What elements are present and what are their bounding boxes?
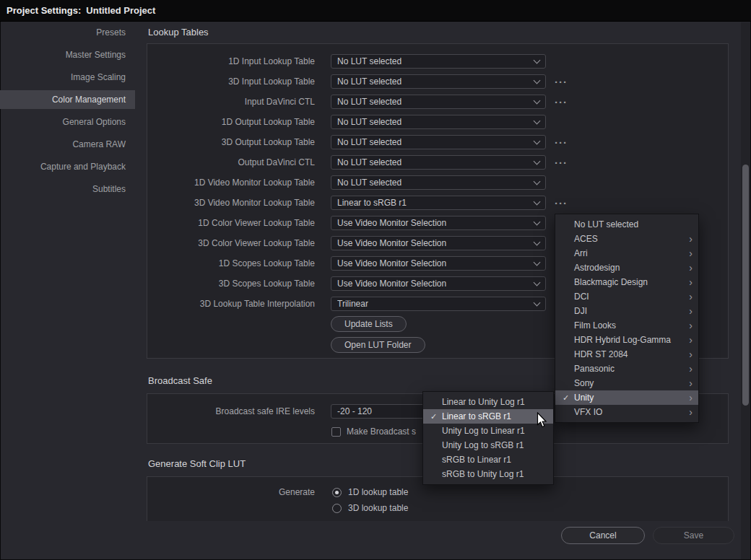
more-options-button[interactable]: ··· [555, 157, 568, 168]
chevron-down-icon [534, 219, 541, 226]
submenu-item-unity-log-to-srgb[interactable]: Unity Log to sRGB r1 [423, 438, 553, 452]
menu-item-label: Sony [574, 378, 689, 388]
lut-dropdown-3d-scopes[interactable]: Use Video Monitor Selection [331, 276, 546, 291]
submenu-item-srgb-to-linear[interactable]: sRGB to Linear r1 [423, 452, 553, 467]
menu-item-hdr-st-2084[interactable]: HDR ST 2084 › [555, 347, 698, 362]
submenu-item-srgb-to-unity-log[interactable]: sRGB to Unity Log r1 [423, 467, 553, 481]
chevron-down-icon [534, 57, 541, 64]
chevron-down-icon [534, 97, 541, 105]
menu-item-no-lut[interactable]: No LUT selected [555, 217, 698, 232]
scrollbar-track[interactable] [741, 22, 750, 559]
lut-dropdown-output-ctl[interactable]: No LUT selected [331, 155, 546, 170]
chevron-down-icon [534, 299, 541, 307]
lut-context-menu: No LUT selected ACES › Arri › Astrodesig… [555, 214, 699, 423]
lut-dropdown-1d-scopes[interactable]: Use Video Monitor Selection [331, 256, 546, 271]
section-title-lookup-tables: Lookup Tables [148, 27, 209, 38]
submenu-arrow-icon: › [689, 364, 693, 374]
sidebar-item-subtitles[interactable]: Subtitles [0, 180, 135, 198]
row-label: Broadcast safe IRE levels [147, 406, 323, 416]
submenu-arrow-icon: › [689, 349, 693, 359]
menu-item-sony[interactable]: Sony › [555, 376, 698, 390]
row-label: 1D Color Viewer Lookup Table [147, 218, 323, 228]
mouse-cursor [537, 412, 547, 429]
menu-item-arri[interactable]: Arri › [555, 246, 698, 261]
menu-item-unity[interactable]: ✓ Unity › [555, 390, 698, 405]
row-label: 3D Input Lookup Table [147, 76, 323, 87]
sidebar-item-image-scaling[interactable]: Image Scaling [0, 68, 135, 87]
checkbox-label: Make Broadcast s [347, 426, 416, 437]
chevron-down-icon [534, 77, 541, 84]
row-label: Generate [147, 487, 323, 497]
sidebar-item-presets[interactable]: Presets [0, 23, 135, 42]
menu-item-dji[interactable]: DJI › [555, 304, 698, 318]
menu-item-hdr-hybrid-log-gamma[interactable]: HDR Hybrid Log-Gamma › [555, 333, 698, 347]
menu-item-vfx-io[interactable]: VFX IO › [555, 405, 698, 419]
menu-item-dci[interactable]: DCI › [555, 289, 698, 304]
menu-item-label: ACES [574, 234, 689, 244]
chevron-down-icon [534, 198, 541, 206]
submenu-item-linear-to-srgb[interactable]: ✓ Linear to sRGB r1 [423, 409, 553, 424]
more-options-button[interactable]: ··· [555, 137, 568, 148]
radio-3d-lookup-table[interactable] [332, 504, 342, 513]
menu-item-film-looks[interactable]: Film Looks › [555, 318, 698, 333]
lut-dropdown-1d-video-monitor[interactable]: No LUT selected [331, 175, 546, 190]
lut-dropdown-1d-color-viewer[interactable]: Use Video Monitor Selection [331, 216, 546, 230]
submenu-arrow-icon: › [689, 248, 693, 258]
lut-dropdown-3d-output[interactable]: No LUT selected [331, 135, 546, 149]
menu-item-label: VFX IO [574, 407, 689, 417]
dropdown-value: Use Video Monitor Selection [337, 258, 446, 268]
project-name: Untitled Project [86, 5, 155, 16]
lut-dropdown-interpolation[interactable]: Trilinear [331, 297, 546, 311]
cancel-button[interactable]: Cancel [561, 527, 645, 544]
sidebar-item-color-management[interactable]: Color Management [0, 90, 135, 109]
lut-dropdown-3d-color-viewer[interactable]: Use Video Monitor Selection [331, 236, 546, 250]
scrollbar-thumb[interactable] [742, 165, 749, 406]
dropdown-value: Linear to sRGB r1 [337, 198, 407, 208]
dropdown-value: Use Video Monitor Selection [337, 218, 446, 228]
chevron-down-icon [534, 239, 541, 246]
lut-dropdown-3d-video-monitor[interactable]: Linear to sRGB r1 [331, 196, 546, 210]
menu-item-blackmagic-design[interactable]: Blackmagic Design › [555, 275, 698, 289]
sidebar-item-general-options[interactable]: General Options [0, 113, 135, 131]
menu-item-label: Arri [574, 248, 689, 258]
open-lut-folder-button[interactable]: Open LUT Folder [331, 337, 425, 353]
submenu-arrow-icon: › [689, 335, 693, 345]
dropdown-value: Use Video Monitor Selection [337, 238, 446, 248]
submenu-item-label: sRGB to Linear r1 [442, 455, 547, 465]
submenu-arrow-icon: › [689, 306, 693, 316]
sidebar-item-master-settings[interactable]: Master Settings [0, 45, 135, 64]
row-label: 1D Scopes Lookup Table [147, 258, 323, 268]
dropdown-value: No LUT selected [337, 97, 401, 107]
menu-item-label: Blackmagic Design [574, 277, 689, 287]
lut-dropdown-3d-input[interactable]: No LUT selected [331, 74, 546, 89]
submenu-item-linear-to-unity-log[interactable]: Linear to Unity Log r1 [423, 395, 553, 409]
lut-dropdown-1d-input[interactable]: No LUT selected [331, 54, 546, 69]
lut-row: 1D Input Lookup Table No LUT selected [147, 51, 728, 71]
menu-item-label: Panasonic [574, 364, 689, 374]
menu-item-astrodesign[interactable]: Astrodesign › [555, 261, 698, 275]
submenu-arrow-icon: › [689, 407, 693, 417]
menu-item-panasonic[interactable]: Panasonic › [555, 362, 698, 376]
sidebar-item-capture-playback[interactable]: Capture and Playback [0, 157, 135, 176]
make-broadcast-safe-checkbox[interactable] [331, 427, 341, 437]
more-options-button[interactable]: ··· [555, 97, 568, 108]
row-label: Input DaVinci CTL [147, 97, 323, 107]
submenu-item-unity-log-to-linear[interactable]: Unity Log to Linear r1 [423, 424, 553, 438]
lut-dropdown-1d-output[interactable]: No LUT selected [331, 115, 546, 129]
dropdown-value: No LUT selected [337, 76, 401, 87]
chevron-down-icon [534, 138, 541, 145]
sidebar-item-camera-raw[interactable]: Camera RAW [0, 135, 135, 154]
save-button[interactable]: Save [653, 527, 734, 544]
lut-dropdown-input-ctl[interactable]: No LUT selected [331, 95, 546, 109]
menu-item-aces[interactable]: ACES › [555, 232, 698, 246]
submenu-item-label: Linear to Unity Log r1 [442, 397, 547, 407]
more-options-button[interactable]: ··· [555, 76, 568, 87]
section-title-soft-clip: Generate Soft Clip LUT [148, 458, 246, 469]
radio-1d-lookup-table[interactable] [332, 488, 342, 497]
submenu-item-label: Unity Log to sRGB r1 [442, 440, 547, 450]
more-options-button[interactable]: ··· [555, 198, 568, 209]
update-lists-button[interactable]: Update Lists [331, 316, 407, 332]
lut-row: 1D Output Lookup Table No LUT selected [147, 112, 728, 132]
settings-sidebar: Presets Master Settings Image Scaling Co… [0, 22, 144, 560]
submenu-item-label: Unity Log to Linear r1 [442, 426, 547, 436]
